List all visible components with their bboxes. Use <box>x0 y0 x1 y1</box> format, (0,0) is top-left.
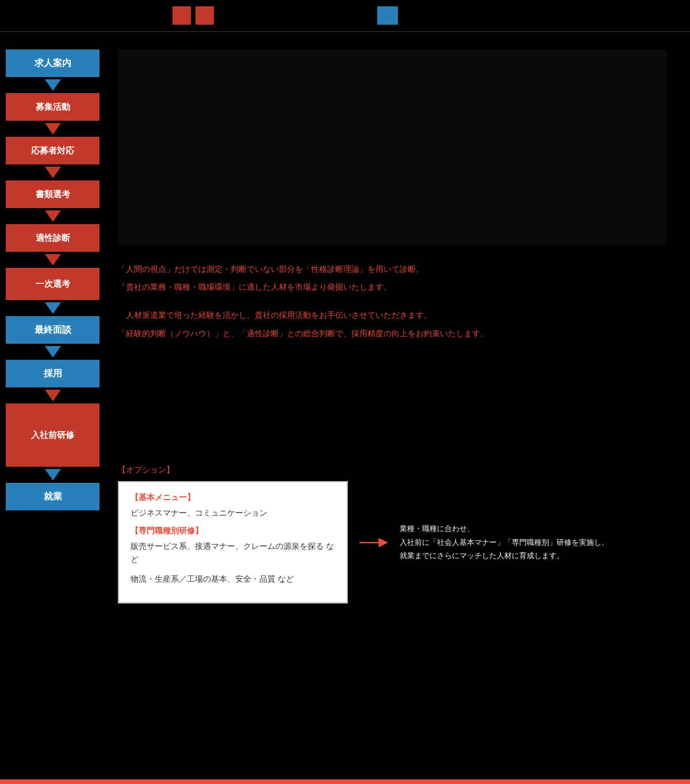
main-content: 求人案内 募集活動 応募者対応 書類選考 適性診断 <box>0 32 690 756</box>
option-desc-line1: 業種・職種に合わせ、 <box>400 522 609 535</box>
header-logo-blue <box>377 6 398 25</box>
option-basic-title: 【基本メニュー】 <box>131 493 335 503</box>
arrow-saiyo-nyusha <box>6 387 99 403</box>
svg-marker-8 <box>45 469 61 481</box>
svg-marker-7 <box>45 390 61 401</box>
option-box-row: 【基本メニュー】 ビジネスマナー、コミュニケーション 【専門職種別研修】 販売サ… <box>118 481 667 604</box>
sidebar-item-saiyo[interactable]: 採用 <box>6 360 99 387</box>
sidebar-item-ichiji[interactable]: 一次選考 <box>6 268 99 300</box>
footer: 上記フローチャートを基本として、貴社の採用システムに適合するようにカスタマイズい… <box>0 779 690 784</box>
description-line3: 人材派遣業で培った経験を活かし、貴社の採用活動をお手伝いさせていただきます。 <box>118 308 667 322</box>
svg-marker-10 <box>378 537 388 547</box>
svg-marker-2 <box>45 167 61 178</box>
option-desc-line3: 就業までにさらにマッチした人材に育成します。 <box>400 549 609 562</box>
option-label: 【オプション】 <box>118 465 667 475</box>
option-senmon-text2: 物流・生産系／工場の基本、安全・品質 など <box>131 572 335 585</box>
sidebar: 求人案内 募集活動 応募者対応 書類選考 適性診断 <box>0 49 106 756</box>
arrow-saishuu-saiyo <box>6 344 99 360</box>
sidebar-item-shugyo[interactable]: 就業 <box>6 483 99 510</box>
svg-marker-5 <box>45 302 61 314</box>
arrow-boshu-obo <box>6 121 99 137</box>
arrow-ichiji-saishuu <box>6 300 99 316</box>
sidebar-item-tekisei[interactable]: 適性診断 <box>6 224 99 252</box>
option-section: 【オプション】 【基本メニュー】 ビジネスマナー、コミュニケーション 【専門職種… <box>118 465 667 604</box>
sidebar-item-kyujin[interactable]: 求人案内 <box>6 49 99 77</box>
option-basic-text: ビジネスマナー、コミュニケーション <box>131 506 335 519</box>
arrow-tekisei-ichiji <box>6 252 99 268</box>
description-line1: 「人間の視点」だけでは測定・判断でいない部分を「性格診断理論」を用いて診断。 <box>118 262 667 276</box>
sidebar-item-shorui[interactable]: 書類選考 <box>6 180 99 208</box>
header <box>0 0 690 32</box>
svg-marker-6 <box>45 346 61 358</box>
arrow-obo-shorui <box>6 164 99 180</box>
right-content: 「人間の視点」だけでは測定・判断でいない部分を「性格診断理論」を用いて診断。 「… <box>106 49 690 756</box>
svg-marker-1 <box>45 123 61 134</box>
sidebar-item-boshu[interactable]: 募集活動 <box>6 93 99 121</box>
option-description-text: 業種・職種に合わせ、 入社前に「社会人基本マナー」「専門職種別」研修を実施し、 … <box>400 522 609 562</box>
sidebar-item-saishuu[interactable]: 最終面談 <box>6 316 99 344</box>
arrow-kyujin-boshu <box>6 77 99 93</box>
option-senmon-title: 【専門職種別研修】 <box>131 526 335 536</box>
svg-marker-0 <box>45 79 61 91</box>
sidebar-item-nyusha[interactable]: 入社前研修 <box>6 403 99 467</box>
description-line4: 「経験的判断（ノウハウ）」と、「適性診断」との総合判断で、採用精度の向上をお約束… <box>118 326 667 341</box>
description-section: 「人間の視点」だけでは測定・判断でいない部分を「性格診断理論」を用いて診断。 「… <box>118 262 667 344</box>
arrow-shorui-tekisei <box>6 208 99 224</box>
sidebar-item-obo[interactable]: 応募者対応 <box>6 137 99 164</box>
content-spacer <box>118 356 667 459</box>
option-box: 【基本メニュー】 ビジネスマナー、コミュニケーション 【専門職種別研修】 販売サ… <box>118 481 348 604</box>
header-logo-red1 <box>172 6 191 25</box>
description-line2: 「貴社の業務・職種・職場環境」に適した人材を市場より発掘いたします。 <box>118 280 667 294</box>
option-senmon-text1: 販売サービス系、接遇マナー、クレームの源泉を探る など <box>131 540 335 566</box>
top-image-area <box>118 49 667 245</box>
option-arrow <box>348 531 400 554</box>
svg-marker-3 <box>45 210 61 222</box>
option-desc-line2: 入社前に「社会人基本マナー」「専門職種別」研修を実施し、 <box>400 536 609 549</box>
arrow-nyusha-shugyo <box>6 467 99 483</box>
header-logo-red2 <box>195 6 214 25</box>
svg-marker-4 <box>45 254 61 266</box>
